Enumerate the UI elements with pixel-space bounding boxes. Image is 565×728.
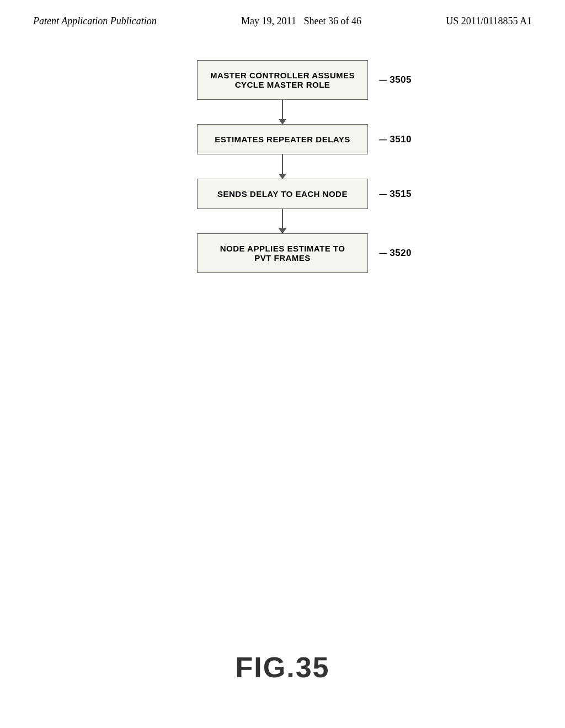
box-3515: SENDS DELAY TO EACH NODE 3515 — [197, 179, 368, 209]
header-left-text: Patent Application Publication — [33, 15, 157, 27]
label-3515: 3515 — [379, 189, 412, 200]
arrow-1 — [282, 100, 283, 124]
flow-row-3510: ESTIMATES REPEATER DELAYS 3510 — [197, 124, 368, 154]
page-header: Patent Application Publication May 19, 2… — [0, 0, 565, 27]
flow-row-3505: MASTER CONTROLLER ASSUMESCYCLE MASTER RO… — [197, 60, 368, 100]
header-right-text: US 2011/0118855 A1 — [446, 15, 532, 27]
arrow-3 — [282, 209, 283, 233]
box-3510: ESTIMATES REPEATER DELAYS 3510 — [197, 124, 368, 154]
flow-chart: MASTER CONTROLLER ASSUMESCYCLE MASTER RO… — [197, 60, 368, 273]
label-3520: 3520 — [379, 248, 412, 259]
label-3510: 3510 — [379, 134, 412, 145]
arrow-2 — [282, 154, 283, 179]
label-3505: 3505 — [379, 74, 412, 85]
flow-row-3515: SENDS DELAY TO EACH NODE 3515 — [197, 179, 368, 209]
box-3515-text: SENDS DELAY TO EACH NODE — [217, 189, 348, 199]
flow-row-3520: NODE APPLIES ESTIMATE TOPVT FRAMES 3520 — [197, 233, 368, 273]
box-3520-text: NODE APPLIES ESTIMATE TOPVT FRAMES — [220, 244, 345, 263]
header-sheet: Sheet 36 of 46 — [303, 15, 361, 26]
diagram-area: MASTER CONTROLLER ASSUMESCYCLE MASTER RO… — [0, 60, 565, 273]
header-date: May 19, 2011 — [241, 15, 296, 26]
box-3505-text: MASTER CONTROLLER ASSUMESCYCLE MASTER RO… — [210, 71, 355, 89]
box-3520: NODE APPLIES ESTIMATE TOPVT FRAMES 3520 — [197, 233, 368, 273]
header-center-text: May 19, 2011 Sheet 36 of 46 — [241, 15, 361, 27]
figure-label: FIG.35 — [236, 651, 330, 684]
box-3510-text: ESTIMATES REPEATER DELAYS — [215, 135, 350, 144]
box-3505: MASTER CONTROLLER ASSUMESCYCLE MASTER RO… — [197, 60, 368, 100]
